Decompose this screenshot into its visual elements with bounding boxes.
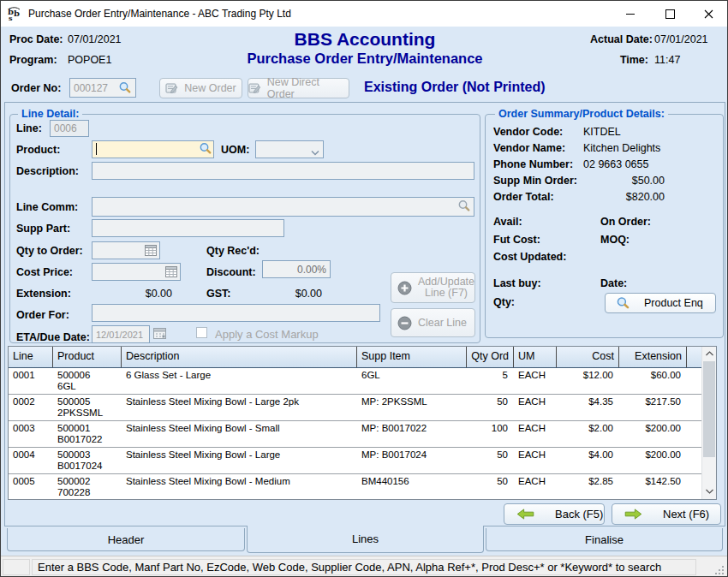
vendor-name-label: Vendor Name: bbox=[493, 142, 565, 154]
order-for-input[interactable] bbox=[92, 304, 380, 322]
column-header[interactable]: Supp Item bbox=[357, 347, 467, 367]
tab-finalise-label: Finalise bbox=[585, 533, 624, 546]
program-label: Program: bbox=[9, 54, 57, 66]
column-header[interactable]: Cost bbox=[557, 347, 619, 367]
back-button[interactable]: Back (F5) bbox=[504, 503, 605, 525]
cell-filler bbox=[687, 448, 702, 473]
cell-line: 0004 bbox=[9, 448, 53, 473]
cell-product: 500005 2PKSSML bbox=[53, 395, 122, 420]
uom-dropdown[interactable] bbox=[255, 140, 324, 158]
actual-date-label: Actual Date: bbox=[590, 33, 648, 45]
column-header[interactable]: Extension bbox=[619, 347, 687, 367]
cell-qty-ord: 50 bbox=[467, 474, 514, 499]
column-header[interactable]: Qty Ord bbox=[467, 347, 514, 367]
scroll-down-button[interactable] bbox=[702, 485, 716, 498]
table-row[interactable]: 0004500003 B0017024Stainless Steel Mixin… bbox=[9, 448, 702, 474]
discount-input[interactable] bbox=[262, 260, 331, 278]
tab-lines[interactable]: Lines bbox=[247, 526, 484, 553]
scrollbar-thumb[interactable] bbox=[703, 361, 715, 457]
new-order-label: New Order bbox=[184, 82, 236, 94]
proc-date-value: 07/01/2021 bbox=[68, 33, 122, 45]
moq-label: MOQ: bbox=[600, 234, 630, 246]
product-enq-button[interactable]: Product Enq bbox=[605, 293, 716, 313]
eta-date-label: ETA/Due Date: bbox=[16, 331, 90, 343]
cell-cost: $12.00 bbox=[557, 368, 619, 394]
table-scrollbar[interactable] bbox=[701, 347, 716, 499]
line-comm-input[interactable] bbox=[92, 197, 474, 217]
order-summary-legend: Order Summary/Product Details: bbox=[495, 108, 668, 120]
eta-date-input[interactable] bbox=[92, 325, 150, 343]
cost-price-label: Cost Price: bbox=[16, 266, 73, 278]
table-row[interactable]: 0003500001 B0017022Stainless Steel Mixin… bbox=[9, 421, 702, 448]
column-header[interactable]: UM bbox=[514, 347, 557, 367]
cell-extension: $217.50 bbox=[619, 395, 687, 420]
cell-um: EACH bbox=[514, 448, 557, 473]
extension-label: Extension: bbox=[16, 288, 71, 300]
last-buy-label: Last buy: bbox=[493, 277, 541, 289]
clear-line-button[interactable]: Clear Line bbox=[391, 308, 475, 337]
tab-finalise[interactable]: Finalise bbox=[486, 528, 723, 551]
order-search-icon[interactable] bbox=[118, 81, 132, 98]
discount-label: Discount: bbox=[206, 266, 256, 278]
resize-grip-icon[interactable] bbox=[714, 565, 725, 575]
minus-circle-icon bbox=[397, 316, 412, 330]
cell-qty-ord: 50 bbox=[467, 395, 514, 420]
description-input[interactable] bbox=[92, 162, 474, 180]
cell-extension: $142.50 bbox=[619, 474, 687, 499]
product-input[interactable] bbox=[92, 140, 214, 158]
new-direct-order-button[interactable]: New Direct Order bbox=[248, 78, 349, 98]
qty-label: Qty: bbox=[493, 296, 515, 308]
status-cell-left bbox=[3, 559, 30, 575]
close-button[interactable] bbox=[689, 1, 728, 27]
add-update-line-label: Add/Update Line (F7) bbox=[418, 277, 474, 299]
description-label: Description: bbox=[16, 165, 79, 177]
svg-text:b: b bbox=[14, 9, 20, 18]
qty-to-order-label: Qty to Order: bbox=[16, 245, 83, 257]
status-bar: Enter a BBS Code, Manf Part No, EzCode, … bbox=[1, 556, 727, 577]
new-order-icon bbox=[165, 83, 178, 94]
new-order-button[interactable]: New Order bbox=[159, 78, 242, 98]
cell-extension: $200.00 bbox=[619, 448, 687, 473]
cell-filler bbox=[687, 474, 702, 499]
cell-line: 0003 bbox=[9, 421, 53, 447]
cell-qty-ord: 50 bbox=[467, 448, 514, 473]
minimize-button[interactable] bbox=[611, 1, 650, 27]
cost-calculator-icon[interactable] bbox=[165, 265, 177, 281]
gst-value: $0.00 bbox=[262, 288, 322, 300]
cell-product: 500006 6GL bbox=[53, 368, 122, 394]
arrow-left-icon bbox=[516, 509, 534, 520]
table-row[interactable]: 0005500002 700228Stainless Steel Mixing … bbox=[9, 474, 702, 499]
scroll-up-button[interactable] bbox=[702, 347, 716, 360]
status-message: Enter a BBS Code, Manf Part No, EzCode, … bbox=[32, 559, 696, 575]
cell-qty-ord: 5 bbox=[467, 368, 514, 394]
column-header[interactable]: Description bbox=[122, 347, 357, 367]
cell-extension: $200.00 bbox=[619, 421, 687, 447]
cell-description: 6 Glass Set - Large bbox=[122, 368, 357, 394]
column-header[interactable]: Product bbox=[53, 347, 122, 367]
uom-label: UOM: bbox=[221, 144, 249, 156]
cell-um: EACH bbox=[514, 395, 557, 420]
cell-product: 500003 B0017024 bbox=[53, 448, 122, 473]
line-comm-search-icon[interactable] bbox=[457, 199, 471, 217]
product-enq-search-icon bbox=[616, 296, 630, 311]
cell-supp-item: BM440156 bbox=[357, 474, 467, 499]
next-button[interactable]: Next (F6) bbox=[612, 503, 721, 525]
cell-filler bbox=[687, 421, 702, 447]
product-search-icon[interactable] bbox=[199, 142, 212, 159]
apply-markup-checkbox[interactable] bbox=[196, 327, 207, 338]
maximize-button[interactable] bbox=[650, 1, 689, 27]
new-direct-order-icon bbox=[248, 83, 261, 94]
table-row[interactable]: 0001500006 6GL6 Glass Set - Large6GL5EAC… bbox=[9, 368, 702, 395]
cell-filler bbox=[687, 368, 702, 394]
tab-header[interactable]: Header bbox=[7, 528, 245, 551]
cost-updated-label: Cost Updated: bbox=[493, 251, 566, 263]
add-update-line-button[interactable]: Add/Update Line (F7) bbox=[391, 272, 475, 303]
actual-date-value: 07/01/2021 bbox=[654, 33, 708, 45]
supp-part-label: Supp Part: bbox=[16, 223, 70, 235]
supp-part-input[interactable] bbox=[92, 219, 284, 237]
table-row[interactable]: 0002500005 2PKSSMLStainless Steel Mixing… bbox=[9, 395, 702, 421]
calendar-icon[interactable] bbox=[153, 327, 166, 342]
scroll-down-icon bbox=[706, 489, 713, 494]
qty-calculator-icon[interactable] bbox=[145, 244, 157, 259]
column-header[interactable]: Line bbox=[9, 347, 53, 367]
